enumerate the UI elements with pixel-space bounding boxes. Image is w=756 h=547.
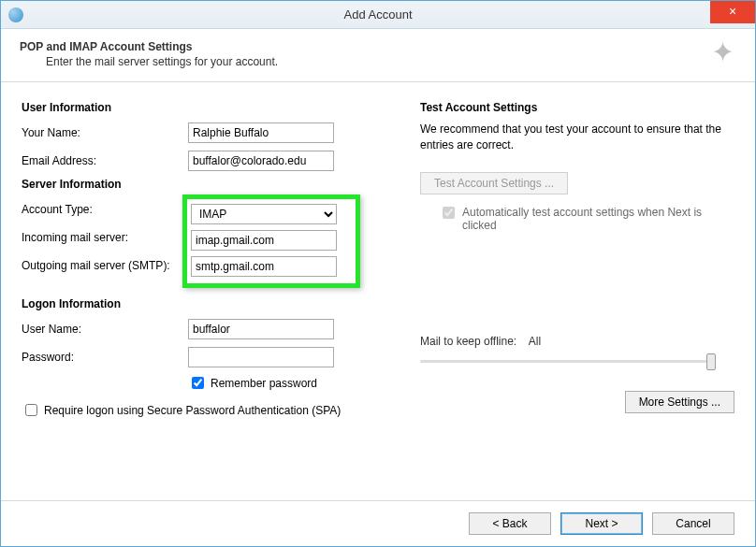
incoming-server-input[interactable] — [191, 230, 337, 251]
server-highlight-box: IMAP — [182, 194, 360, 288]
email-label: Email Address: — [22, 154, 188, 167]
spa-label: Require logon using Secure Password Auth… — [44, 404, 341, 417]
add-account-window: Add Account × POP and IMAP Account Setti… — [0, 0, 756, 547]
password-label: Password: — [22, 351, 188, 364]
remember-password-checkbox[interactable] — [192, 377, 204, 389]
logon-info-heading: Logon Information — [22, 297, 400, 310]
auto-test-label: Automatically test account settings when… — [462, 206, 724, 232]
spa-row: Require logon using Secure Password Auth… — [22, 401, 400, 419]
test-heading: Test Account Settings — [420, 101, 734, 114]
more-settings-button[interactable]: More Settings ... — [625, 391, 734, 413]
auto-test-row: Automatically test account settings when… — [439, 206, 734, 232]
username-label: User Name: — [22, 323, 188, 336]
account-type-select[interactable]: IMAP — [191, 204, 337, 224]
mail-keep-value: All — [529, 335, 541, 348]
outgoing-label: Outgoing mail server (SMTP): — [22, 259, 188, 272]
mail-keep-label: Mail to keep offline: — [420, 335, 516, 348]
titlebar: Add Account × — [1, 1, 755, 29]
remember-password-row: Remember password — [188, 374, 400, 392]
remember-password-label: Remember password — [211, 377, 317, 390]
cursor-starburst-icon: ✦ — [711, 38, 734, 66]
next-button[interactable]: Next > — [560, 512, 643, 535]
back-button[interactable]: < Back — [469, 512, 551, 535]
body: User Information Your Name: Email Addres… — [1, 82, 755, 500]
outgoing-server-input[interactable] — [191, 256, 337, 277]
close-button[interactable]: × — [710, 1, 755, 23]
auto-test-checkbox[interactable] — [443, 207, 455, 219]
wizard-header: POP and IMAP Account Settings Enter the … — [1, 29, 755, 82]
test-blurb: We recommend that you test your account … — [420, 122, 734, 153]
right-column: Test Account Settings We recommend that … — [420, 95, 734, 497]
username-input[interactable] — [188, 319, 334, 339]
app-icon — [8, 7, 23, 22]
footer: < Back Next > Cancel — [1, 500, 755, 546]
spa-checkbox[interactable] — [25, 404, 37, 416]
password-input[interactable] — [188, 347, 334, 367]
mail-keep-row: Mail to keep offline: All — [420, 335, 734, 370]
mail-keep-slider[interactable] — [420, 353, 716, 370]
account-type-label: Account Type: — [22, 203, 188, 216]
slider-thumb[interactable] — [706, 353, 716, 370]
cancel-button[interactable]: Cancel — [652, 512, 734, 535]
header-subtitle: Enter the mail server settings for your … — [46, 55, 729, 68]
server-info-heading: Server Information — [22, 178, 400, 191]
test-account-button[interactable]: Test Account Settings ... — [420, 172, 568, 194]
email-input[interactable] — [188, 151, 334, 171]
header-title: POP and IMAP Account Settings — [20, 40, 729, 53]
your-name-input[interactable] — [188, 122, 334, 143]
your-name-label: Your Name: — [22, 126, 188, 139]
window-title: Add Account — [1, 7, 755, 22]
incoming-label: Incoming mail server: — [22, 231, 188, 244]
slider-track — [420, 360, 716, 363]
left-column: User Information Your Name: Email Addres… — [22, 95, 400, 497]
user-info-heading: User Information — [22, 101, 400, 114]
